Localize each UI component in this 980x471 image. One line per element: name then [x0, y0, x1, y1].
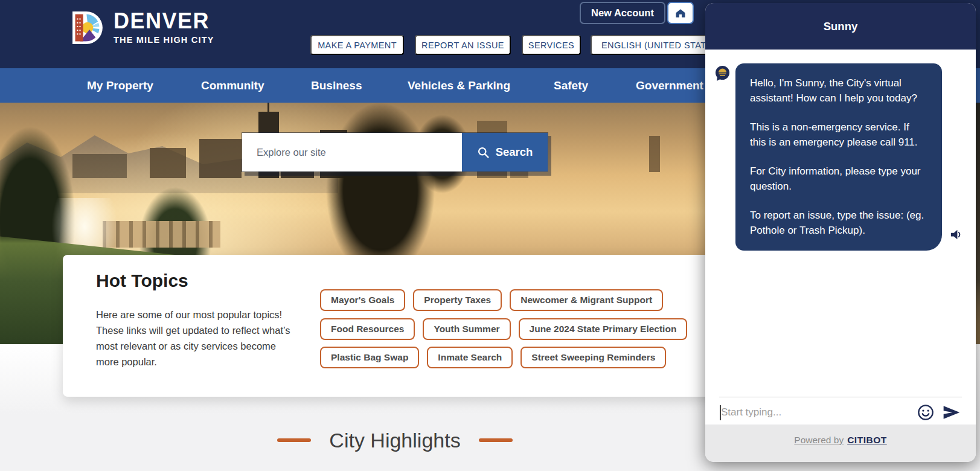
hero-pavilion — [103, 221, 220, 248]
chat-message-input[interactable] — [721, 400, 908, 425]
topic-row-2: Food Resources Youth Summer June 2024 St… — [320, 318, 687, 340]
topic-plastic-bag-swap[interactable]: Plastic Bag Swap — [320, 347, 419, 368]
hero-building — [150, 148, 186, 178]
topic-property-taxes[interactable]: Property Taxes — [413, 289, 502, 311]
new-account-button[interactable]: New Account — [580, 2, 665, 24]
logo-subtitle: THE MILE HIGH CITY — [114, 35, 214, 45]
bot-message-paragraph: To report an issue, type the issue: (eg.… — [750, 208, 927, 238]
home-icon — [674, 7, 687, 19]
home-button[interactable] — [667, 2, 694, 24]
site-search-bar: Search — [242, 132, 548, 172]
topic-youth-summer[interactable]: Youth Summer — [423, 318, 510, 340]
nav-item-vehicles-parking[interactable]: Vehicles & Parking — [408, 68, 510, 103]
heading-dash-left — [277, 438, 311, 442]
topic-mayors-goals[interactable]: Mayor's Goals — [320, 289, 405, 311]
bot-message-paragraph: This is a non-emergency service. If this… — [750, 120, 927, 150]
emoji-button[interactable] — [917, 404, 934, 421]
chatbot-title: Sunny — [705, 3, 976, 50]
topic-food-resources[interactable]: Food Resources — [320, 318, 415, 340]
heading-dash-right — [479, 438, 513, 442]
powered-by-label[interactable]: Powered by — [794, 435, 844, 446]
topic-newcomer-migrant-support[interactable]: Newcomer & Migrant Support — [510, 289, 663, 311]
make-a-payment-button[interactable]: MAKE A PAYMENT — [310, 35, 404, 55]
city-highlights-heading: City Highlights — [0, 426, 790, 455]
bot-avatar-icon — [714, 65, 731, 82]
nav-item-safety[interactable]: Safety — [554, 68, 588, 103]
bot-message-bubble: Hello, I'm Sunny, the City's virtual ass… — [735, 63, 942, 251]
bot-message-paragraph: Hello, I'm Sunny, the City's virtual ass… — [750, 76, 927, 106]
nav-item-government[interactable]: Government — [636, 68, 703, 103]
magnifier-icon — [477, 146, 490, 159]
speaker-icon[interactable] — [949, 228, 963, 242]
chatbot-footer: Powered by CITIBOT — [705, 425, 976, 462]
topic-inmate-search[interactable]: Inmate Search — [427, 347, 513, 368]
site-logo[interactable]: DENVER THE MILE HIGH CITY — [71, 10, 214, 45]
send-button[interactable] — [942, 403, 961, 422]
citibot-link[interactable]: CITIBOT — [847, 435, 887, 446]
logo-text: DENVER THE MILE HIGH CITY — [114, 10, 214, 45]
topic-june-2024-state-primary-election[interactable]: June 2024 State Primary Election — [519, 318, 688, 340]
search-button[interactable]: Search — [462, 133, 548, 171]
services-button[interactable]: SERVICES — [522, 35, 581, 55]
hero-building — [199, 139, 242, 178]
hot-topics-title: Hot Topics — [96, 271, 188, 291]
city-highlights-title: City Highlights — [329, 429, 460, 452]
search-button-label: Search — [496, 146, 533, 159]
chatbot-panel: Sunny Hello, I'm Sunny, the City's virtu… — [705, 3, 976, 462]
topic-row-1: Mayor's Goals Property Taxes Newcomer & … — [320, 289, 663, 311]
denver-d-logo-icon — [71, 11, 105, 45]
search-input[interactable] — [242, 133, 462, 171]
nav-item-community[interactable]: Community — [201, 68, 264, 103]
hot-topics-description: Here are some of our most popular topics… — [96, 307, 298, 370]
nav-item-my-property[interactable]: My Property — [87, 68, 153, 103]
chatbot-header: Sunny — [705, 3, 976, 50]
hero-building — [72, 154, 127, 178]
nav-item-business[interactable]: Business — [311, 68, 362, 103]
logo-title: DENVER — [114, 10, 214, 32]
send-arrow-icon — [942, 403, 961, 422]
topic-row-3: Plastic Bag Swap Inmate Search Street Sw… — [320, 347, 666, 368]
topic-street-sweeping-reminders[interactable]: Street Sweeping Reminders — [520, 347, 666, 368]
bot-message-paragraph: For City information, please type your q… — [750, 164, 927, 194]
hero-tower — [649, 136, 660, 172]
report-an-issue-button[interactable]: REPORT AN ISSUE — [415, 35, 511, 55]
chat-input-divider — [719, 397, 962, 397]
smiley-icon — [917, 404, 934, 421]
